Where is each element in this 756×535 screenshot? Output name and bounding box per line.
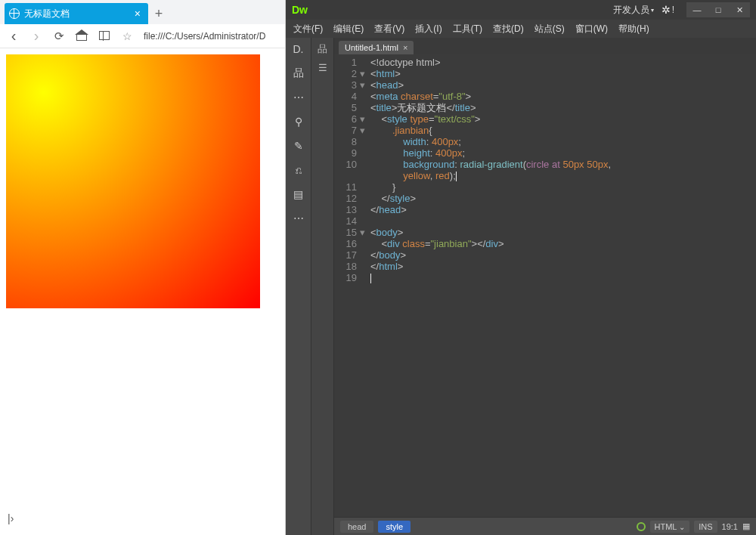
menu-tools[interactable]: 工具(T) <box>453 23 482 36</box>
expand-icon[interactable]: |› <box>8 512 14 524</box>
browser-tab-active[interactable]: 无标题文档 × <box>5 3 148 24</box>
sync-status-icon[interactable] <box>637 522 646 531</box>
menu-view[interactable]: 查看(V) <box>374 23 404 36</box>
workspace-switcher[interactable]: 开发人员▾ <box>613 4 654 17</box>
menu-insert[interactable]: 插入(I) <box>415 23 442 36</box>
rail-icon-3[interactable]: ⚲ <box>291 115 306 128</box>
breadcrumb-style[interactable]: style <box>378 521 411 533</box>
globe-icon <box>9 8 20 19</box>
bookmark-icon[interactable] <box>121 30 133 42</box>
menu-find[interactable]: 查找(D) <box>493 23 524 36</box>
cursor-position: 19:1 <box>722 522 738 531</box>
panel-icon-0[interactable]: 品 <box>318 42 327 56</box>
dw-panel-rail: 品 ☰ <box>311 38 334 535</box>
file-tab-active[interactable]: Untitled-1.html × <box>339 41 414 54</box>
window-controls: — □ ✕ <box>686 2 750 17</box>
code-editor[interactable]: 1 <!doctype html> 2▾<html> 3▾<head> 4 <m… <box>334 54 756 517</box>
dreamweaver-window: Dw 开发人员▾ ! — □ ✕ 文件(F) 编辑(E) 查看(V) 插入(I)… <box>286 0 756 535</box>
rail-icon-6[interactable]: ▤ <box>291 187 306 201</box>
back-button[interactable] <box>8 27 20 45</box>
file-tab-label: Untitled-1.html <box>345 43 398 52</box>
rail-icon-1[interactable]: 品 <box>291 66 306 80</box>
gradient-box <box>6 54 260 308</box>
insert-mode[interactable]: INS <box>694 521 717 533</box>
rail-icon-0[interactable]: D. <box>291 42 306 56</box>
rail-icon-4[interactable]: ✎ <box>291 139 306 153</box>
dw-logo: Dw <box>292 4 308 16</box>
rail-icon-2[interactable]: ⋯ <box>291 91 306 104</box>
rail-icon-5[interactable]: ⎌ <box>291 163 306 177</box>
close-button[interactable]: ✕ <box>729 2 750 17</box>
tab-title: 无标题文档 <box>24 8 132 20</box>
browser-tabstrip: 无标题文档 × + <box>0 0 285 24</box>
new-tab-button[interactable]: + <box>148 3 169 24</box>
gear-icon <box>662 4 671 16</box>
minimize-button[interactable]: — <box>686 2 708 17</box>
menu-window[interactable]: 窗口(W) <box>575 23 608 36</box>
dw-menubar: 文件(F) 编辑(E) 查看(V) 插入(I) 工具(T) 查找(D) 站点(S… <box>286 20 756 38</box>
url-bar[interactable]: file:///C:/Users/Administrator/D <box>144 31 265 42</box>
dw-statusbar: head style HTML INS 19:1 ▦ <box>334 517 756 535</box>
panels-button[interactable] <box>98 30 110 42</box>
reload-button[interactable] <box>53 29 65 43</box>
menu-file[interactable]: 文件(F) <box>293 23 323 36</box>
chevron-down-icon: ▾ <box>651 7 654 14</box>
menu-help[interactable]: 帮助(H) <box>618 23 649 36</box>
tab-close-icon[interactable]: × <box>132 8 144 20</box>
browser-toolbar: file:///C:/Users/Administrator/D <box>0 24 285 48</box>
browser-window: 无标题文档 × + file:///C:/Users/Administrator… <box>0 0 286 535</box>
forward-button[interactable] <box>30 27 42 45</box>
rail-icon-7[interactable]: ⋯ <box>291 212 306 225</box>
file-tab-close-icon[interactable]: × <box>403 43 407 52</box>
dw-toolbar-rail: D. 品 ⋯ ⚲ ✎ ⎌ ▤ ⋯ <box>286 38 311 535</box>
file-tabstrip: Untitled-1.html × <box>334 38 756 54</box>
panel-icon-1[interactable]: ☰ <box>318 62 327 73</box>
breadcrumb-head[interactable]: head <box>340 521 373 533</box>
dw-titlebar: Dw 开发人员▾ ! — □ ✕ <box>286 0 756 20</box>
overflow-icon[interactable]: ▦ <box>742 521 750 531</box>
dw-main: Untitled-1.html × 1 <!doctype html> 2▾<h… <box>334 38 756 535</box>
maximize-button[interactable]: □ <box>708 2 729 17</box>
menu-site[interactable]: 站点(S) <box>534 23 565 36</box>
menu-edit[interactable]: 编辑(E) <box>333 23 364 36</box>
language-selector[interactable]: HTML <box>650 521 690 533</box>
home-button[interactable] <box>76 30 88 42</box>
sync-settings-button[interactable]: ! <box>662 4 674 16</box>
page-viewport: |› <box>0 48 285 535</box>
